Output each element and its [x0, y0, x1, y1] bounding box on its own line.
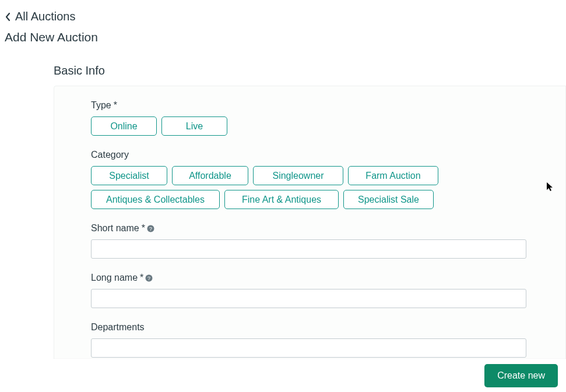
long-name-input[interactable]	[91, 289, 526, 308]
long-name-label: Long name * ?	[91, 273, 565, 283]
required-mark: *	[114, 100, 117, 111]
type-option-live[interactable]: Live	[161, 116, 227, 136]
basic-info-panel: Type * Online Live Category Specialist A…	[54, 86, 566, 392]
svg-text:?: ?	[147, 276, 150, 281]
footer-bar: Create new	[54, 359, 566, 392]
type-options: Online Live	[91, 116, 565, 136]
svg-text:?: ?	[149, 226, 152, 232]
back-link-label: All Auctions	[15, 10, 75, 23]
required-mark: *	[142, 223, 145, 234]
type-label: Type *	[91, 100, 565, 111]
type-option-online[interactable]: Online	[91, 116, 157, 136]
category-option-farm-auction[interactable]: Farm Auction	[348, 166, 438, 185]
category-option-specialist-sale[interactable]: Specialist Sale	[343, 190, 434, 209]
category-option-singleowner[interactable]: Singleowner	[253, 166, 343, 185]
required-mark: *	[140, 273, 143, 283]
category-options: Specialist Affordable Singleowner Farm A…	[91, 166, 534, 209]
help-icon[interactable]: ?	[147, 225, 154, 232]
category-option-affordable[interactable]: Affordable	[172, 166, 248, 185]
category-label: Category	[91, 150, 565, 160]
section-title: Basic Info	[54, 64, 566, 77]
short-name-input[interactable]	[91, 239, 526, 259]
category-option-fine-art-antiques[interactable]: Fine Art & Antiques	[224, 190, 339, 209]
page-title: Add New Auction	[5, 30, 561, 44]
category-option-specialist[interactable]: Specialist	[91, 166, 167, 185]
chevron-left-icon	[5, 12, 12, 22]
help-icon[interactable]: ?	[145, 274, 153, 282]
short-name-label: Short name * ?	[91, 223, 565, 234]
departments-label: Departments	[91, 322, 565, 333]
departments-input[interactable]	[91, 338, 526, 358]
create-new-button[interactable]: Create new	[484, 364, 558, 387]
back-link[interactable]: All Auctions	[5, 10, 561, 23]
category-option-antiques-collectables[interactable]: Antiques & Collectables	[91, 190, 220, 209]
